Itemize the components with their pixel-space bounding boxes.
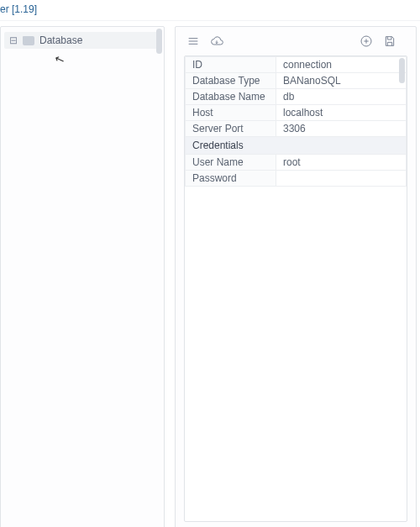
property-value[interactable]: BANanoSQL (276, 73, 407, 89)
main: ⊟ Database ↖ IDconnect (0, 26, 420, 527)
property-row[interactable]: Password (186, 171, 407, 187)
expand-toggle-icon[interactable]: ⊟ (9, 34, 18, 46)
menu-icon[interactable] (186, 34, 201, 49)
property-value[interactable]: db (276, 89, 407, 105)
property-value[interactable] (276, 171, 407, 187)
tree-item-label: Database (39, 34, 82, 46)
property-row[interactable]: Database Namedb (186, 89, 407, 105)
property-key: Database Type (186, 73, 276, 89)
tree-panel: ⊟ Database ↖ (0, 26, 165, 527)
save-icon[interactable] (382, 34, 397, 49)
property-key: ID (186, 57, 276, 73)
property-key: User Name (186, 155, 276, 171)
property-key: Password (186, 171, 276, 187)
property-row[interactable]: User Nameroot (186, 155, 407, 171)
tree-scrollbar[interactable] (156, 29, 162, 527)
property-key: Server Port (186, 121, 276, 137)
property-row[interactable]: IDconnection (186, 57, 407, 73)
property-key: Database Name (186, 89, 276, 105)
property-value[interactable]: 3306 (276, 121, 407, 137)
tree-item-database[interactable]: ⊟ Database (4, 32, 160, 49)
add-icon[interactable] (359, 34, 374, 49)
folder-icon (23, 36, 34, 45)
property-value[interactable]: localhost (276, 105, 407, 121)
property-row[interactable]: Database TypeBANanoSQL (186, 73, 407, 89)
properties-panel: IDconnectionDatabase TypeBANanoSQLDataba… (175, 26, 417, 527)
divider (0, 20, 420, 21)
property-key: Host (186, 105, 276, 121)
property-grid: IDconnectionDatabase TypeBANanoSQLDataba… (184, 55, 407, 522)
property-row[interactable]: Hostlocalhost (186, 105, 407, 121)
property-value[interactable]: connection (276, 57, 407, 73)
cloud-download-icon[interactable] (209, 34, 224, 49)
property-row[interactable]: Server Port3306 (186, 121, 407, 137)
window-title: er [1.19] (0, 0, 420, 20)
toolbar (176, 27, 416, 55)
property-value[interactable]: root (276, 155, 407, 171)
section-credentials[interactable]: Credentials (186, 137, 407, 155)
grid-scrollbar[interactable] (399, 58, 405, 519)
